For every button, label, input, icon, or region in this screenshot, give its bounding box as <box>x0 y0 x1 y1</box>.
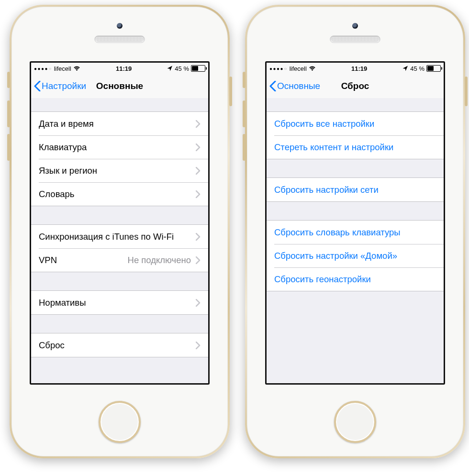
wifi-icon <box>309 66 316 71</box>
row-label: VPN <box>39 255 57 266</box>
chevron-left-icon <box>269 81 276 91</box>
power-button <box>229 77 232 106</box>
cell-group: Нормативы <box>31 290 208 315</box>
location-icon <box>402 66 408 71</box>
clock-label: 11:19 <box>80 65 168 72</box>
action-row[interactable]: Сбросить настройки «Домой» <box>267 244 444 267</box>
status-bar: ●●●●○ lifecell 11:19 45 % <box>267 63 444 74</box>
section-gap <box>31 206 208 224</box>
row-label: Язык и регион <box>39 166 97 176</box>
row-label: Клавиатура <box>39 142 87 153</box>
action-row[interactable]: Сбросить геонастройки <box>267 267 444 291</box>
volume-down-button <box>243 134 246 161</box>
row-label: Дата и время <box>39 119 94 129</box>
front-camera <box>352 23 358 29</box>
signal-strength-icon: ●●●●○ <box>269 66 288 71</box>
cell-group: Дата и времяКлавиатураЯзык и регионСлова… <box>31 111 208 206</box>
action-row[interactable]: Сбросить все настройки <box>267 112 444 135</box>
chevron-right-icon <box>196 342 201 349</box>
section-gap <box>267 202 444 220</box>
row-label: Сбросить все настройки <box>274 119 374 129</box>
back-button[interactable]: Основные <box>267 74 320 98</box>
action-row[interactable]: Сбросить настройки сети <box>267 178 444 201</box>
cell-group: Сброс <box>31 333 208 357</box>
chevron-right-icon <box>196 299 201 307</box>
action-row[interactable]: Сбросить словарь клавиатуры <box>267 221 444 244</box>
clock-label: 11:19 <box>316 65 403 72</box>
back-label: Основные <box>277 81 320 91</box>
disclosure-row[interactable]: Язык и регион <box>31 159 208 182</box>
row-label: Синхронизация с iTunes по Wi-Fi <box>39 232 174 242</box>
ear-speaker <box>94 35 145 43</box>
disclosure-row[interactable]: Словарь <box>31 182 208 206</box>
row-label: Нормативы <box>39 298 86 308</box>
row-label: Словарь <box>39 189 75 199</box>
chevron-right-icon <box>196 167 201 175</box>
volume-up-button <box>7 100 10 127</box>
power-button <box>465 77 468 106</box>
section-gap <box>31 98 208 111</box>
chevron-left-icon <box>34 81 41 91</box>
phone-device-left: ●●●●○ lifecell 11:19 45 % <box>10 5 230 458</box>
front-camera <box>117 23 123 29</box>
battery-icon <box>191 65 205 72</box>
mute-switch <box>7 72 10 88</box>
chevron-right-icon <box>196 120 201 128</box>
disclosure-row[interactable]: Синхронизация с iTunes по Wi-Fi <box>31 225 208 248</box>
screen-reset: ●●●●○ lifecell 11:19 45 % <box>265 61 445 385</box>
row-detail: Не подключено <box>128 255 196 266</box>
wifi-icon <box>73 66 80 71</box>
home-button[interactable] <box>99 401 141 443</box>
chevron-right-icon <box>196 256 201 264</box>
phone-device-right: ●●●●○ lifecell 11:19 45 % <box>245 5 465 458</box>
chevron-right-icon <box>196 233 201 241</box>
home-button[interactable] <box>334 401 376 443</box>
disclosure-row[interactable]: Дата и время <box>31 112 208 135</box>
section-gap <box>31 315 208 333</box>
chevron-right-icon <box>196 144 201 151</box>
carrier-label: lifecell <box>290 65 307 72</box>
disclosure-row[interactable]: VPNНе подключено <box>31 248 208 272</box>
chevron-right-icon <box>196 190 201 198</box>
navigation-bar: Основные Сброс <box>267 74 444 99</box>
section-gap <box>31 357 208 376</box>
row-label: Сбросить словарь клавиатуры <box>274 227 401 238</box>
row-label: Сбросить настройки сети <box>274 185 379 195</box>
volume-down-button <box>7 134 10 161</box>
signal-strength-icon: ●●●●○ <box>34 66 52 71</box>
settings-list[interactable]: Дата и времяКлавиатураЯзык и регионСлова… <box>31 98 208 383</box>
status-bar: ●●●●○ lifecell 11:19 45 % <box>31 63 208 74</box>
section-gap <box>267 159 444 177</box>
carrier-label: lifecell <box>54 65 71 72</box>
section-gap <box>267 291 444 310</box>
cell-group: Сбросить настройки сети <box>267 177 444 202</box>
disclosure-row[interactable]: Нормативы <box>31 291 208 314</box>
row-label: Сброс <box>39 340 65 351</box>
cell-group: Сбросить словарь клавиатурыСбросить наст… <box>267 220 444 291</box>
disclosure-row[interactable]: Сброс <box>31 333 208 357</box>
volume-up-button <box>243 100 246 127</box>
navigation-bar: Настройки Основные <box>31 74 208 99</box>
battery-percent-label: 45 % <box>175 65 189 72</box>
disclosure-row[interactable]: Клавиатура <box>31 135 208 159</box>
section-gap <box>267 98 444 111</box>
location-icon <box>167 66 173 71</box>
mute-switch <box>243 72 246 88</box>
row-label: Сбросить геонастройки <box>274 274 371 285</box>
battery-percent-label: 45 % <box>410 65 424 72</box>
reset-list[interactable]: Сбросить все настройкиСтереть контент и … <box>267 98 444 383</box>
cell-group: Синхронизация с iTunes по Wi-FiVPNНе под… <box>31 224 208 272</box>
back-label: Настройки <box>42 81 86 91</box>
screen-general: ●●●●○ lifecell 11:19 45 % <box>30 61 210 385</box>
row-label: Стереть контент и настройки <box>274 142 393 153</box>
battery-icon <box>426 65 441 72</box>
back-button[interactable]: Настройки <box>31 74 86 98</box>
section-gap <box>31 272 208 290</box>
action-row[interactable]: Стереть контент и настройки <box>267 135 444 159</box>
ear-speaker <box>330 35 380 43</box>
row-label: Сбросить настройки «Домой» <box>274 251 397 261</box>
cell-group: Сбросить все настройкиСтереть контент и … <box>267 111 444 159</box>
